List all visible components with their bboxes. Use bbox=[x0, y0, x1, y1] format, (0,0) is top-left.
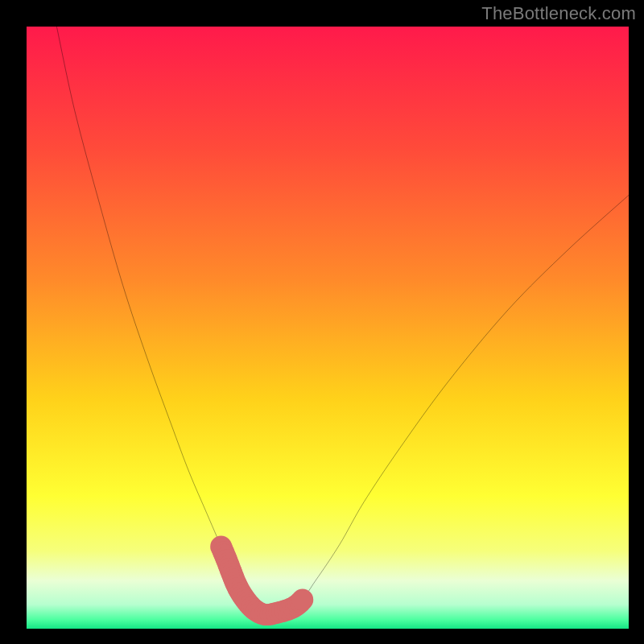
bottleneck-chart bbox=[27, 27, 629, 629]
chart-stage: TheBottleneck.com bbox=[0, 0, 644, 644]
watermark-text: TheBottleneck.com bbox=[481, 3, 636, 24]
gradient-rect bbox=[27, 27, 629, 629]
trough-dot bbox=[291, 589, 313, 611]
